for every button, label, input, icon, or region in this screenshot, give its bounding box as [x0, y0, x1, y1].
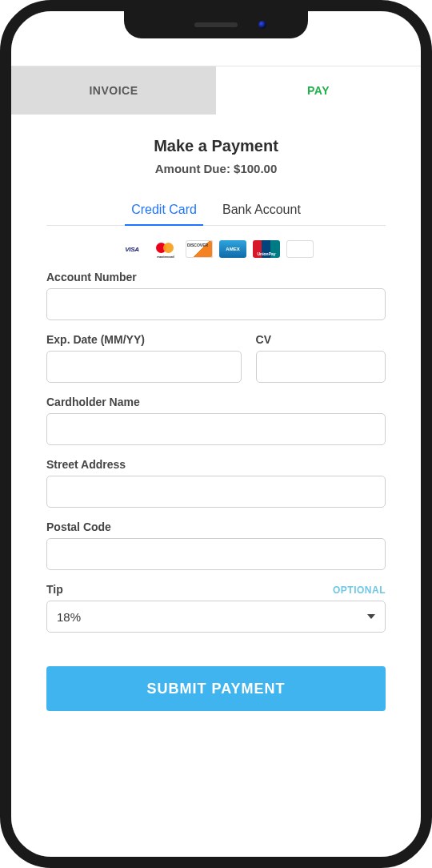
camera-icon	[258, 21, 266, 29]
account-number-label: Account Number	[46, 271, 386, 283]
exp-date-input[interactable]	[46, 351, 242, 383]
device-notch	[124, 11, 308, 38]
phone-frame: INVOICE PAY Make a Payment Amount Due: $…	[0, 0, 432, 868]
postal-input[interactable]	[46, 538, 386, 570]
account-number-input[interactable]	[46, 288, 386, 320]
tip-label: Tip	[46, 583, 63, 596]
postal-label: Postal Code	[46, 520, 386, 533]
screen: INVOICE PAY Make a Payment Amount Due: $…	[11, 11, 421, 857]
page-tabs: INVOICE PAY	[11, 66, 421, 115]
speaker-icon	[194, 22, 238, 27]
amount-due: Amount Due: $100.00	[11, 162, 421, 175]
street-label: Street Address	[46, 458, 386, 471]
tab-bank-account[interactable]: Bank Account	[219, 203, 304, 225]
tip-optional-badge: OPTIONAL	[333, 585, 386, 596]
amex-icon: AMEX	[219, 240, 246, 258]
accepted-cards: VISA mastercard DISCOVER AMEX UnionPay	[11, 226, 421, 271]
submit-payment-button[interactable]: SUBMIT PAYMENT	[46, 666, 386, 711]
page-title: Make a Payment	[11, 137, 421, 155]
street-input[interactable]	[46, 476, 386, 508]
tab-credit-card[interactable]: Credit Card	[128, 203, 200, 225]
payment-form: Account Number Exp. Date (MM/YY) CV	[11, 271, 421, 633]
unionpay-icon: UnionPay	[253, 240, 280, 258]
tip-select[interactable]: 18%	[46, 601, 386, 633]
jcb-icon	[286, 240, 314, 258]
mastercard-icon: mastercard	[152, 240, 179, 258]
cv-label: CV	[256, 333, 386, 346]
tab-pay[interactable]: PAY	[216, 66, 421, 115]
visa-icon: VISA	[118, 240, 146, 258]
payment-method-tabs: Credit Card Bank Account	[46, 203, 386, 226]
cv-input[interactable]	[256, 351, 386, 383]
discover-icon: DISCOVER	[186, 240, 213, 258]
cardholder-input[interactable]	[46, 413, 386, 445]
exp-date-label: Exp. Date (MM/YY)	[46, 333, 242, 346]
tab-invoice[interactable]: INVOICE	[11, 66, 216, 115]
cardholder-label: Cardholder Name	[46, 396, 386, 408]
